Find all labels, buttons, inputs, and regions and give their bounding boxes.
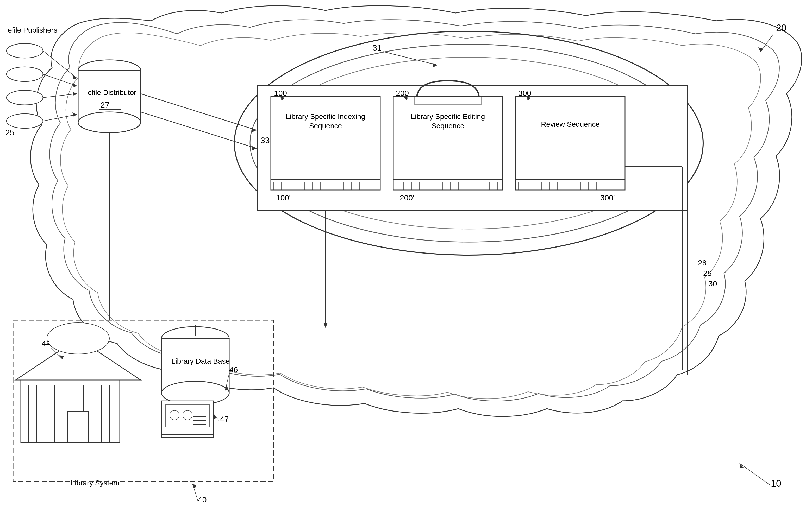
svg-point-84 <box>6 90 43 105</box>
efile-distributor-label: efile Distributor <box>86 89 138 97</box>
svg-rect-75 <box>161 427 213 435</box>
svg-rect-69 <box>102 385 109 442</box>
ref-29-label: 29 <box>703 269 712 278</box>
ref-100p-label: 100' <box>276 193 291 202</box>
ref-30-label: 30 <box>708 279 717 288</box>
svg-rect-22 <box>393 96 503 190</box>
svg-point-85 <box>6 114 43 128</box>
svg-rect-72 <box>68 411 89 442</box>
svg-rect-40 <box>516 96 625 190</box>
ref-31-label: 31 <box>372 43 382 52</box>
svg-point-59 <box>78 112 141 133</box>
svg-rect-23 <box>414 96 482 104</box>
ref-200p-label: 200' <box>400 193 414 202</box>
library-specific-indexing-label: Library Specific Indexing Sequence <box>276 112 375 131</box>
ref-40-label: 40 <box>198 495 207 504</box>
ref-25-label: 25 <box>5 128 15 137</box>
ref-10-label: 10 <box>771 478 781 489</box>
svg-rect-65 <box>29 385 36 442</box>
ref-200-label: 200 <box>396 89 409 97</box>
svg-point-82 <box>6 44 43 58</box>
svg-point-83 <box>6 67 43 81</box>
ref-20-label: 20 <box>776 22 786 33</box>
diagram-container: 20 31 33 25 27 100 100' 200 200' 300 300… <box>0 0 812 525</box>
ref-44-label: 44 <box>42 339 50 348</box>
ref-47-label: 47 <box>220 415 228 423</box>
review-sequence-label: Review Sequence <box>521 120 620 129</box>
svg-rect-66 <box>47 385 55 442</box>
svg-point-71 <box>47 323 109 354</box>
efile-publishers-label: efile Publishers <box>8 26 57 34</box>
svg-rect-5 <box>271 96 380 190</box>
ref-33-label: 33 <box>261 136 270 145</box>
ref-300p-label: 300' <box>600 193 615 202</box>
ref-46-label: 46 <box>229 365 238 374</box>
ref-28-label: 28 <box>698 258 707 267</box>
ref-27-label: 27 <box>100 101 109 110</box>
library-database-label: Library Data Base <box>169 357 232 366</box>
library-system-label: Library System <box>46 479 145 487</box>
ref-100-label: 100 <box>274 89 287 97</box>
library-specific-editing-label: Library Specific Editing Sequence <box>398 112 498 131</box>
ref-300-label: 300 <box>518 89 531 97</box>
